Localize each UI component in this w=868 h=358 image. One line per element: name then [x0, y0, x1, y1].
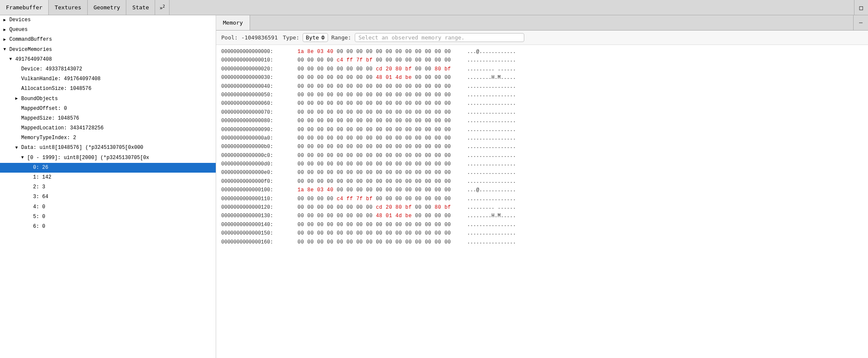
hex-bytes-6: 00 00 00 00 00 00 00 00 00 00 00 00 00 0… [298, 99, 459, 108]
hex-bytes-9: 00 00 00 00 00 00 00 00 00 00 00 00 00 0… [298, 126, 459, 134]
tree-label-8: BoundObjects [21, 95, 58, 103]
hex-bytes-20: 00 00 00 00 00 00 00 00 00 00 00 00 00 0… [298, 221, 459, 229]
tab-textures[interactable]: Textures [49, 0, 88, 15]
minimize-button[interactable]: − [853, 15, 868, 30]
hex-row-0: 0000000000000000: 1a 8e 03 40 00 00 00 0… [221, 48, 863, 56]
hex-addr-12: 00000000000000c0: [221, 151, 298, 160]
hex-row-15: 00000000000000f0: 00 00 00 00 00 00 00 0… [221, 177, 863, 186]
tree-item-14[interactable]: ▼[0 - 1999]: uint8[2000] (*p3245130705[0… [0, 153, 216, 163]
tree-label-16: 1: 142 [33, 173, 51, 182]
controls-bar: Pool: -1049836591 Type: Byte Range: Sele… [216, 31, 868, 45]
tree-arrow-13: ▼ [15, 145, 21, 151]
hex-row-5: 0000000000000050: 00 00 00 00 00 00 00 0… [221, 91, 863, 99]
tree-item-18[interactable]: 3: 64 [0, 192, 216, 202]
tree-label-6: VulkanHandle: 491764097408 [21, 75, 100, 83]
tree-item-4[interactable]: ▼491764097408 [0, 55, 216, 64]
tree-item-19[interactable]: 4: 0 [0, 202, 216, 212]
tree-item-1[interactable]: ▶Queues [0, 25, 216, 35]
tab-memory[interactable]: Memory [216, 15, 250, 30]
left-tab-bar: Framebuffer Textures Geometry State »2 □ [0, 0, 868, 15]
spinner-down-icon[interactable] [321, 38, 325, 40]
hex-ascii-15: ................ [467, 177, 516, 186]
hex-bytes-15: 00 00 00 00 00 00 00 00 00 00 00 00 00 0… [298, 177, 459, 186]
tree-label-2: CommandBuffers [9, 36, 52, 44]
hex-row-22: 0000000000000160: 00 00 00 00 00 00 00 0… [221, 238, 863, 246]
tree-item-16[interactable]: 1: 142 [0, 173, 216, 182]
tab-geometry[interactable]: Geometry [88, 0, 127, 15]
tree-item-10[interactable]: MappedSize: 1048576 [0, 114, 216, 123]
tree-item-13[interactable]: ▼Data: uint8[1048576] (*p3245130705[0x00… [0, 143, 216, 153]
hex-row-11: 00000000000000b0: 00 00 00 00 00 00 00 0… [221, 143, 863, 151]
tree-item-17[interactable]: 2: 3 [0, 182, 216, 192]
hex-row-8: 0000000000000080: 00 00 00 00 00 00 00 0… [221, 117, 863, 125]
tree-item-0[interactable]: ▶Devices [0, 15, 216, 25]
hex-row-18: 0000000000000120: 00 00 00 00 00 00 00 0… [221, 203, 863, 212]
tree-item-6[interactable]: VulkanHandle: 491764097408 [0, 74, 216, 84]
hex-ascii-0: ...@............ [467, 48, 516, 56]
tab-overflow[interactable]: »2 [155, 0, 170, 15]
tree-item-9[interactable]: MappedOffset: 0 [0, 104, 216, 114]
tree-item-12[interactable]: MemoryTypeIndex: 2 [0, 133, 216, 143]
tab-state[interactable]: State [126, 0, 155, 15]
hex-ascii-6: ................ [467, 99, 516, 108]
hex-bytes-2: 00 00 00 00 00 00 00 00 cd 20 80 bf 00 0… [298, 65, 459, 73]
tree-item-7[interactable]: AllocationSize: 1048576 [0, 84, 216, 94]
tree-item-15[interactable]: 0: 26 [0, 163, 216, 173]
hex-bytes-18: 00 00 00 00 00 00 00 00 cd 20 80 bf 00 0… [298, 203, 459, 212]
hex-addr-17: 0000000000000110: [221, 195, 298, 203]
tree-item-3[interactable]: ▼DeviceMemories [0, 45, 216, 55]
tree-label-12: MemoryTypeIndex: 2 [21, 134, 76, 142]
tree-arrow-17 [27, 184, 33, 191]
hex-ascii-8: ................ [467, 117, 516, 125]
hex-viewer: 0000000000000000: 1a 8e 03 40 00 00 00 0… [216, 45, 868, 358]
hex-addr-11: 00000000000000b0: [221, 143, 298, 151]
hex-ascii-22: ................ [467, 238, 516, 246]
tree-arrow-4: ▼ [9, 56, 15, 63]
tree-item-8[interactable]: ▶BoundObjects [0, 94, 216, 104]
hex-row-1: 0000000000000010: 00 00 00 00 c4 ff 7f b… [221, 56, 863, 64]
tree-arrow-10 [15, 115, 21, 122]
spinner-up-icon[interactable] [321, 35, 325, 37]
type-select[interactable]: Byte [303, 33, 328, 42]
hex-bytes-16: 1a 8e 03 40 00 00 00 00 00 00 00 00 00 0… [298, 186, 459, 194]
range-label: Range: [331, 34, 351, 41]
hex-row-2: 0000000000000020: 00 00 00 00 00 00 00 0… [221, 65, 863, 73]
tree-label-7: AllocationSize: 1048576 [21, 85, 92, 93]
hex-ascii-4: ................ [467, 82, 516, 91]
tree-item-5[interactable]: Device: 493378143072 [0, 64, 216, 74]
tab-framebuffer[interactable]: Framebuffer [0, 0, 49, 15]
right-tab-spacer [250, 15, 853, 30]
tree-label-21: 6: 0 [33, 223, 45, 231]
tab-spacer [170, 0, 854, 15]
range-select[interactable]: Select an observed memory range. [355, 33, 524, 42]
hex-addr-9: 0000000000000090: [221, 126, 298, 134]
hex-addr-14: 00000000000000e0: [221, 168, 298, 177]
hex-row-4: 0000000000000040: 00 00 00 00 00 00 00 0… [221, 82, 863, 91]
tree-item-2[interactable]: ▶CommandBuffers [0, 35, 216, 45]
hex-ascii-14: ................ [467, 168, 516, 177]
tree-item-20[interactable]: 5: 0 [0, 212, 216, 222]
hex-addr-7: 0000000000000070: [221, 108, 298, 117]
left-panel: ▶Devices▶Queues▶CommandBuffers▼DeviceMem… [0, 15, 216, 358]
tree-item-21[interactable]: 6: 0 [0, 222, 216, 232]
hex-row-19: 0000000000000130: 00 00 00 00 00 00 00 0… [221, 212, 863, 220]
hex-row-6: 0000000000000060: 00 00 00 00 00 00 00 0… [221, 99, 863, 108]
tree-label-17: 2: 3 [33, 183, 45, 191]
tree-arrow-3: ▼ [3, 46, 9, 53]
hex-ascii-11: ................ [467, 143, 516, 151]
tree-arrow-18 [27, 194, 33, 201]
tree-label-3: DeviceMemories [9, 46, 52, 54]
tree-arrow-1: ▶ [3, 27, 9, 34]
type-spinner[interactable] [321, 35, 325, 40]
hex-addr-18: 0000000000000120: [221, 203, 298, 212]
hex-addr-8: 0000000000000080: [221, 117, 298, 125]
tree-item-11[interactable]: MappedLocation: 34341728256 [0, 123, 216, 133]
tree-label-11: MappedLocation: 34341728256 [21, 124, 103, 132]
hex-bytes-5: 00 00 00 00 00 00 00 00 00 00 00 00 00 0… [298, 91, 459, 99]
hex-ascii-1: ................ [467, 56, 516, 64]
hex-addr-1: 0000000000000010: [221, 56, 298, 64]
hex-bytes-21: 00 00 00 00 00 00 00 00 00 00 00 00 00 0… [298, 229, 459, 238]
right-panel: Memory − Pool: -1049836591 Type: Byte Ra… [216, 15, 868, 358]
window-maximize-button[interactable]: □ [854, 0, 868, 15]
hex-row-3: 0000000000000030: 00 00 00 00 00 00 00 0… [221, 73, 863, 82]
